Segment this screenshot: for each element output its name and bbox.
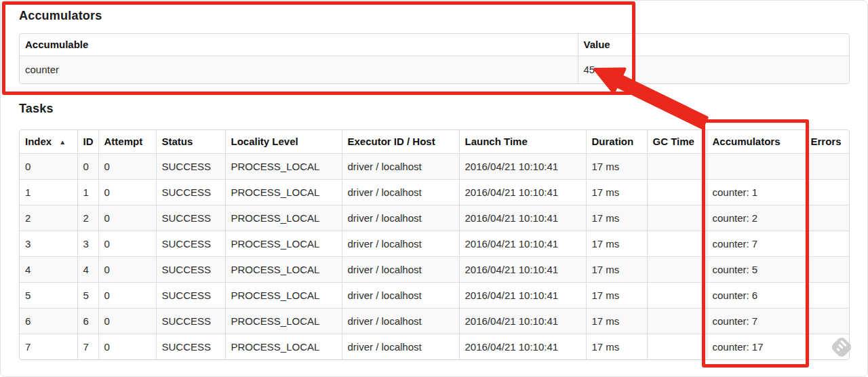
table-cell: 7 <box>77 334 98 359</box>
table-cell: counter: 1 <box>707 179 805 205</box>
table-cell: 7 <box>20 334 77 359</box>
table-cell: 17 ms <box>586 205 647 231</box>
table-cell: 17 ms <box>586 256 647 282</box>
table-cell: 2016/04/21 10:10:41 <box>459 231 586 256</box>
column-header-executor-id-host[interactable]: Executor ID / Host <box>342 130 459 153</box>
table-row: 110SUCCESSPROCESS_LOCALdriver / localhos… <box>20 179 850 205</box>
table-cell: driver / localhost <box>342 282 459 308</box>
table-cell: 3 <box>77 231 98 256</box>
table-row: 330SUCCESSPROCESS_LOCALdriver / localhos… <box>20 231 850 256</box>
table-cell: counter: 5 <box>707 256 805 282</box>
table-cell: SUCCESS <box>156 282 225 308</box>
column-header-status[interactable]: Status <box>156 130 225 153</box>
table-cell <box>805 282 850 308</box>
accumulators-section-title: Accumulators <box>19 9 102 23</box>
table-cell: 17 ms <box>586 282 647 308</box>
table-row: 440SUCCESSPROCESS_LOCALdriver / localhos… <box>20 256 850 282</box>
table-cell: 0 <box>77 153 98 179</box>
table-cell: counter: 2 <box>707 205 805 231</box>
table-cell: 6 <box>20 308 77 334</box>
table-cell: 2 <box>77 205 98 231</box>
column-header-index-label: Index <box>25 136 52 147</box>
table-row: 660SUCCESSPROCESS_LOCALdriver / localhos… <box>20 308 850 334</box>
table-row: 220SUCCESSPROCESS_LOCALdriver / localhos… <box>20 205 850 231</box>
table-cell: SUCCESS <box>156 308 225 334</box>
tasks-table: Index▲ ID Attempt Status Locality Level … <box>19 130 850 360</box>
table-cell <box>805 205 850 231</box>
column-header-accumulators[interactable]: Accumulators <box>707 130 805 153</box>
table-cell: PROCESS_LOCAL <box>225 179 342 205</box>
table-cell: 0 <box>98 256 156 282</box>
table-cell: 17 ms <box>586 231 647 256</box>
table-cell <box>647 153 707 179</box>
column-header-launch-time[interactable]: Launch Time <box>459 130 586 153</box>
table-cell: 17 ms <box>586 153 647 179</box>
column-header-gc-time[interactable]: GC Time <box>647 130 707 153</box>
table-cell: 1 <box>20 179 77 205</box>
table-cell: PROCESS_LOCAL <box>225 308 342 334</box>
table-cell: SUCCESS <box>156 334 225 359</box>
column-header-locality-level[interactable]: Locality Level <box>225 130 342 153</box>
table-cell <box>647 231 707 256</box>
table-cell <box>647 256 707 282</box>
table-cell: PROCESS_LOCAL <box>225 256 342 282</box>
table-row: counter45 <box>20 56 850 83</box>
table-cell <box>647 179 707 205</box>
column-header-duration[interactable]: Duration <box>586 130 647 153</box>
column-header-index[interactable]: Index▲ <box>20 130 77 153</box>
table-cell: 6 <box>77 308 98 334</box>
table-cell: PROCESS_LOCAL <box>225 205 342 231</box>
spark-ui-stage-page: Accumulators Accumulable Value counter45… <box>0 0 868 377</box>
table-row: 000SUCCESSPROCESS_LOCALdriver / localhos… <box>20 153 850 179</box>
table-cell: 0 <box>98 153 156 179</box>
table-cell: 2 <box>20 205 77 231</box>
table-cell <box>805 231 850 256</box>
table-cell: driver / localhost <box>342 256 459 282</box>
table-cell: 2016/04/21 10:10:41 <box>459 308 586 334</box>
table-cell: 5 <box>77 282 98 308</box>
table-cell: 1 <box>77 179 98 205</box>
tasks-header-row: Index▲ ID Attempt Status Locality Level … <box>20 130 850 153</box>
accumulators-header-row: Accumulable Value <box>20 34 850 56</box>
table-cell: PROCESS_LOCAL <box>225 153 342 179</box>
table-cell <box>707 153 805 179</box>
table-cell <box>647 334 707 359</box>
tasks-section-title: Tasks <box>19 102 54 116</box>
column-header-accumulable: Accumulable <box>20 34 578 56</box>
table-cell: 0 <box>98 231 156 256</box>
table-cell: 2016/04/21 10:10:41 <box>459 282 586 308</box>
table-cell <box>805 179 850 205</box>
table-cell: driver / localhost <box>342 205 459 231</box>
table-cell: 3 <box>20 231 77 256</box>
accumulators-table: Accumulable Value counter45 <box>19 33 850 84</box>
table-cell: driver / localhost <box>342 334 459 359</box>
table-cell: PROCESS_LOCAL <box>225 282 342 308</box>
table-cell: 4 <box>20 256 77 282</box>
table-cell: 17 ms <box>586 334 647 359</box>
table-cell <box>805 334 850 359</box>
table-cell: SUCCESS <box>156 153 225 179</box>
column-header-errors[interactable]: Errors <box>805 130 850 153</box>
table-cell <box>805 256 850 282</box>
table-cell: 0 <box>98 308 156 334</box>
table-cell: driver / localhost <box>342 231 459 256</box>
table-cell: 2016/04/21 10:10:41 <box>459 205 586 231</box>
table-cell: driver / localhost <box>342 153 459 179</box>
sort-ascending-icon: ▲ <box>59 138 66 146</box>
table-cell: counter: 6 <box>707 282 805 308</box>
table-cell: 0 <box>98 282 156 308</box>
table-cell <box>647 282 707 308</box>
table-cell: counter: 7 <box>707 308 805 334</box>
table-cell: 2016/04/21 10:10:41 <box>459 179 586 205</box>
column-header-attempt[interactable]: Attempt <box>98 130 156 153</box>
table-cell <box>647 308 707 334</box>
table-cell: PROCESS_LOCAL <box>225 231 342 256</box>
table-cell: SUCCESS <box>156 256 225 282</box>
column-header-id[interactable]: ID <box>77 130 98 153</box>
column-header-value: Value <box>578 34 850 56</box>
table-row: 770SUCCESSPROCESS_LOCALdriver / localhos… <box>20 334 850 359</box>
table-row: 550SUCCESSPROCESS_LOCALdriver / localhos… <box>20 282 850 308</box>
table-cell: 0 <box>98 334 156 359</box>
table-cell: driver / localhost <box>342 308 459 334</box>
table-cell: 4 <box>77 256 98 282</box>
